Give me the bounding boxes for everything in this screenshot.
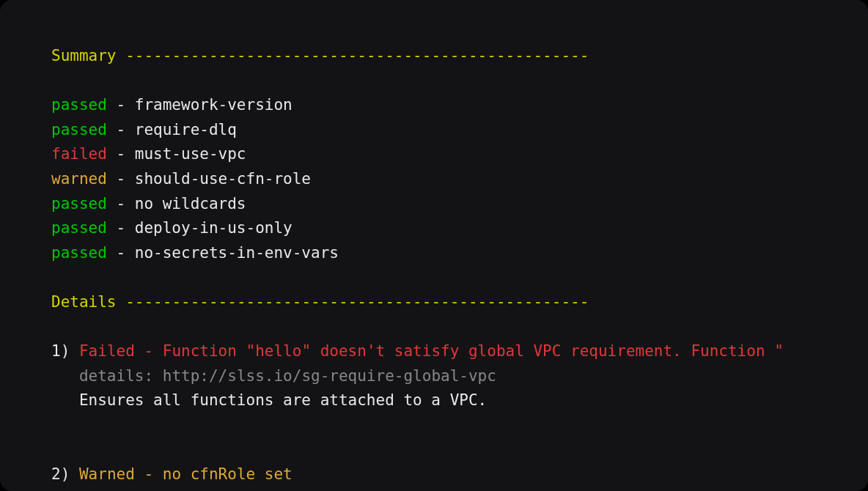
summary-name-3: should-use-cfn-role	[135, 170, 311, 188]
detail-url-0: http://slss.io/sg-require-global-vpc	[163, 367, 496, 385]
detail-status-1: Warned	[79, 465, 135, 483]
summary-name-6: no-secrets-in-env-vars	[135, 244, 339, 262]
summary-name-1: require-dlq	[135, 121, 237, 139]
summary-status-5: passed	[51, 219, 107, 237]
detail-message-0: - Function "hello" doesn't satisfy globa…	[135, 342, 784, 360]
summary-dashes	[117, 47, 126, 64]
summary-status-3: warned	[51, 170, 107, 188]
summary-name-4: no wildcards	[135, 195, 246, 213]
summary-status-1: passed	[51, 121, 107, 139]
summary-status-0: passed	[51, 96, 107, 114]
details-header: Details	[51, 293, 117, 311]
summary-header: Summary	[51, 47, 117, 64]
terminal-output: Summary --------------------------------…	[0, 0, 868, 491]
summary-status-6: passed	[51, 244, 107, 262]
detail-message-1: - no cfnRole set	[135, 465, 293, 483]
details-dashes: ----------------------------------------…	[125, 293, 589, 311]
detail-number-1: 2)	[51, 465, 70, 483]
summary-name-5: deploy-in-us-only	[135, 219, 293, 237]
detail-description-0: Ensures all functions are attached to a …	[79, 391, 487, 409]
summary-status-4: passed	[51, 195, 107, 213]
summary-status-2: failed	[51, 145, 107, 163]
detail-status-0: Failed	[79, 342, 135, 360]
detail-details-label-0: details:	[79, 367, 153, 385]
detail-number-0: 1)	[51, 342, 70, 360]
summary-name-0: framework-version	[135, 96, 293, 114]
summary-name-2: must-use-vpc	[135, 145, 246, 163]
